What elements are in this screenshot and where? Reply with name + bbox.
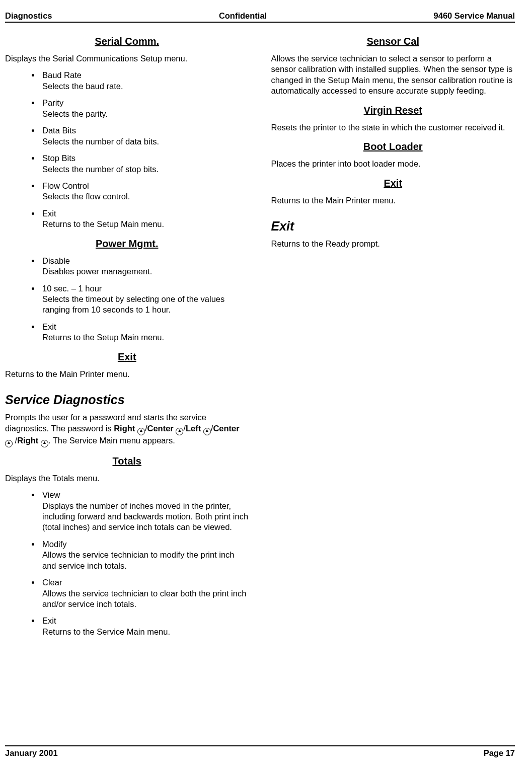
item-desc: Allows the service technician to modify … [42, 550, 235, 570]
heading-virgin-reset: Virgin Reset [271, 105, 515, 116]
item-title: Parity [42, 98, 249, 108]
item-desc: Selects the timeout by selecting one of … [42, 294, 224, 314]
item-title: Modify [42, 539, 249, 550]
left-column: Serial Comm. Displays the Serial Communi… [5, 28, 249, 643]
feed-button-icon [137, 428, 145, 435]
list-item: ExitReturns to the Service Main menu. [40, 616, 249, 637]
boot-text: Places the printer into boot loader mode… [271, 159, 515, 169]
item-desc: Selects the number of data bits. [42, 137, 159, 146]
svc-center2: Center [213, 424, 239, 433]
list-item: Data BitsSelects the number of data bits… [40, 125, 249, 147]
heading-exit-1: Exit [5, 351, 249, 363]
page: Diagnostics Confidential 9460 Service Ma… [0, 0, 532, 767]
header-bar: Diagnostics Confidential 9460 Service Ma… [5, 11, 515, 23]
list-item: ExitReturns to the Setup Main menu. [40, 208, 249, 230]
svc-right1: Right [114, 424, 135, 433]
list-item: Flow ControlSelects the flow control. [40, 181, 249, 202]
header-right: 9460 Service Manual [434, 11, 515, 21]
item-title: Clear [42, 577, 249, 588]
sensor-text: Allows the service technician to select … [271, 53, 515, 97]
feed-button-icon [5, 440, 13, 447]
header-center: Confidential [219, 11, 267, 21]
right-column: Sensor Cal Allows the service technician… [271, 28, 515, 643]
exit2-text: Returns to the Main Printer menu. [271, 195, 515, 206]
feed-button-icon [203, 428, 211, 435]
heading-sensor-cal: Sensor Cal [271, 36, 515, 47]
serial-intro: Displays the Serial Communications Setup… [5, 53, 249, 64]
heading-serial-comm: Serial Comm. [5, 36, 249, 47]
exit1-text: Returns to the Main Printer menu. [5, 369, 249, 379]
item-desc: Allows the service technician to clear b… [42, 589, 246, 608]
svc-center1: Center [147, 424, 173, 433]
heading-boot-loader: Boot Loader [271, 141, 515, 152]
power-list: DisableDisables power management. 10 sec… [5, 256, 249, 343]
item-title: Exit [42, 322, 249, 332]
list-item: Stop BitsSelects the number of stop bits… [40, 153, 249, 175]
item-title: Data Bits [42, 125, 249, 136]
header-left: Diagnostics [5, 11, 52, 21]
svc-left1: Left [186, 424, 201, 433]
virgin-text: Resets the printer to the state in which… [271, 122, 515, 133]
feed-button-icon [41, 440, 48, 447]
item-desc: Selects the flow control. [42, 192, 130, 201]
item-desc: Displays the number of inches moved in t… [42, 501, 248, 532]
item-title: Stop Bits [42, 153, 249, 164]
item-desc: Returns to the Setup Main menu. [42, 333, 164, 342]
list-item: ViewDisplays the number of inches moved … [40, 490, 249, 533]
heading-service-diagnostics: Service Diagnostics [5, 393, 249, 407]
item-desc: Selects the parity. [42, 109, 108, 118]
item-desc: Returns to the Setup Main menu. [42, 219, 164, 228]
item-title: Disable [42, 256, 249, 266]
item-desc: Disables power management. [42, 267, 152, 276]
heading-power-mgmt: Power Mgmt. [5, 238, 249, 250]
heading-exit-2: Exit [271, 178, 515, 189]
footer-bar: January 2001 Page 17 [5, 745, 515, 758]
footer-left: January 2001 [5, 748, 58, 758]
list-item: ExitReturns to the Setup Main menu. [40, 322, 249, 343]
item-title: Exit [42, 208, 249, 219]
heading-exit-3: Exit [271, 219, 515, 234]
item-title: Baud Rate [42, 70, 249, 81]
item-title: Flow Control [42, 181, 249, 191]
item-desc: Selects the number of stop bits. [42, 165, 159, 174]
exit3-text: Returns to the Ready prompt. [271, 239, 515, 249]
svc-p1b: . The Service Main menu appears. [48, 436, 175, 445]
item-desc: Selects the baud rate. [42, 82, 123, 91]
list-item: ModifyAllows the service technician to m… [40, 539, 249, 571]
item-desc: Returns to the Service Main menu. [42, 627, 170, 636]
list-item: ParitySelects the parity. [40, 98, 249, 119]
feed-button-icon [176, 428, 183, 435]
footer-right: Page 17 [484, 748, 515, 758]
item-title: 10 sec. – 1 hour [42, 283, 249, 294]
serial-list: Baud RateSelects the baud rate. ParitySe… [5, 70, 249, 229]
item-title: View [42, 490, 249, 500]
list-item: 10 sec. – 1 hourSelects the timeout by s… [40, 283, 249, 316]
content-columns: Serial Comm. Displays the Serial Communi… [5, 28, 515, 643]
item-title: Exit [42, 616, 249, 626]
service-diagnostics-text: Prompts the user for a password and star… [5, 412, 249, 447]
list-item: DisableDisables power management. [40, 256, 249, 277]
totals-intro: Displays the Totals menu. [5, 473, 249, 484]
list-item: ClearAllows the service technician to cl… [40, 577, 249, 609]
totals-list: ViewDisplays the number of inches moved … [5, 490, 249, 637]
heading-totals: Totals [5, 455, 249, 467]
list-item: Baud RateSelects the baud rate. [40, 70, 249, 92]
svc-right2: Right [17, 436, 38, 445]
